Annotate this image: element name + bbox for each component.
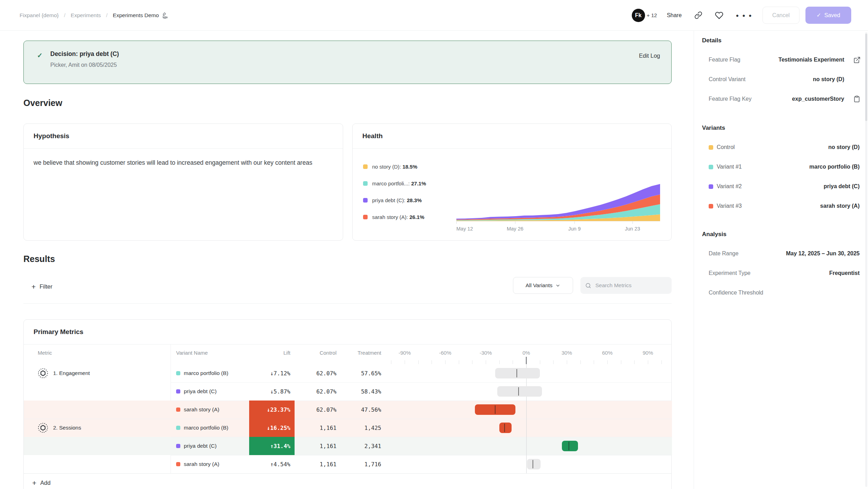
control-variant-row: Control Variant no story (D): [709, 75, 861, 84]
feature-flag-key-row: Feature Flag Key exp_customerStory: [709, 94, 861, 104]
variant-row-1: Variant #1 marco portfolio (B): [709, 162, 861, 171]
breadcrumb-experiments[interactable]: Experiments: [71, 12, 101, 19]
health-title: Health: [362, 132, 383, 140]
scrollbar-track[interactable]: [865, 32, 867, 487]
copy-link-icon[interactable]: [694, 11, 702, 19]
legend-swatch-icon: [363, 198, 368, 203]
lift-axis-label: -30%: [479, 350, 492, 356]
breadcrumb-separator: /: [106, 12, 108, 19]
hypothesis-card: Hypothesis we believe that showing custo…: [23, 123, 343, 241]
cancel-button[interactable]: Cancel: [762, 7, 800, 24]
zero-axis-line: [526, 364, 527, 473]
confidence-interval-bar: [499, 423, 512, 433]
lift-cell: ↓7.12%: [249, 364, 295, 382]
legend-label: sarah story (A): 26.1%: [372, 214, 424, 220]
add-filter-button[interactable]: + Filter: [31, 281, 52, 292]
external-link-icon[interactable]: [853, 56, 861, 64]
metric-row[interactable]: priya debt (C)↑31.4%1,1612,341: [24, 437, 672, 455]
search-metrics-input[interactable]: [595, 282, 667, 289]
variants-dropdown[interactable]: All Variants: [513, 277, 573, 294]
search-icon: [585, 282, 591, 289]
legend-item[interactable]: priya debt (C): 28.3%: [363, 196, 422, 204]
confidence-interval-bar: [497, 386, 542, 397]
avatar[interactable]: Fk: [632, 9, 645, 22]
collaborators-count[interactable]: + 12: [647, 12, 657, 18]
saved-button[interactable]: ✓ Saved: [805, 7, 851, 24]
metric-row[interactable]: 2. Sessionsmarco portfolio (B)↓16.25%1,1…: [24, 419, 672, 437]
metric-row[interactable]: sarah story (A)↑4.54%1,1611,716: [24, 455, 672, 473]
edit-log-button[interactable]: Edit Log: [639, 52, 660, 59]
more-options-icon[interactable]: ● ● ●: [736, 13, 753, 18]
health-axis-tick-label: May 12: [456, 226, 473, 232]
control-cell: 1,161: [297, 455, 339, 473]
health-axis-line: [456, 221, 660, 221]
favorite-heart-icon[interactable]: [715, 11, 723, 20]
treatment-cell: 1,716: [342, 455, 384, 473]
row-divider: [171, 401, 672, 401]
variant-swatch-icon: [176, 371, 180, 375]
share-button[interactable]: Share: [667, 12, 682, 19]
legend-item[interactable]: no story (D): 18.5%: [363, 162, 417, 171]
primary-metrics-title: Primary Metrics: [34, 328, 84, 336]
results-divider: [23, 303, 672, 304]
variant-name-cell: sarah story (A): [176, 455, 219, 473]
legend-label: marco portfoli...: 27.1%: [372, 180, 426, 186]
ruler-tick: [486, 360, 486, 364]
breadcrumb-current[interactable]: Experiments Demo: [113, 12, 168, 19]
metric-icon: [38, 368, 48, 378]
ruler-tick: [513, 360, 513, 364]
legend-item[interactable]: sarah story (A): 26.1%: [363, 213, 424, 221]
decision-title: Decision: priya debt (C): [50, 50, 119, 58]
row-label: Feature Flag Key: [709, 96, 752, 102]
date-range-row: Date Range May 12, 2025 – Jun 30, 2025: [709, 249, 861, 258]
card-divider: [353, 148, 671, 149]
legend-item[interactable]: marco portfoli...: 27.1%: [363, 179, 426, 187]
ruler-tick: [459, 360, 459, 364]
health-axis-tick: [574, 221, 575, 224]
table-bottom-line: [24, 473, 671, 474]
metric-row[interactable]: priya debt (C)↓5.87%62.07%58.43%: [24, 382, 672, 401]
variant-row-control: Control no story (D): [709, 143, 861, 152]
hypothesis-title: Hypothesis: [34, 132, 69, 140]
details-sidebar: Details Feature Flag Testimonials Experi…: [694, 31, 868, 489]
variant-name-cell: marco portfolio (B): [176, 364, 228, 382]
feature-flag-value[interactable]: Testimonials Experiment: [779, 57, 844, 63]
lift-cell: ↑4.54%: [249, 455, 295, 473]
variant-swatch-icon: [176, 462, 180, 466]
variant-swatch: [709, 145, 713, 150]
lift-axis-label: -90%: [398, 350, 411, 356]
hypothesis-body: we believe that showing customer stories…: [34, 158, 334, 168]
metric-row[interactable]: 1. Engagementmarco portfolio (B)↓7.12%62…: [24, 364, 672, 382]
decision-banner: ✓ Decision: priya debt (C) Picker, Amit …: [23, 41, 672, 84]
col-lift: Lift: [249, 350, 290, 356]
row-value: no story (D): [828, 144, 860, 150]
results-heading: Results: [23, 254, 55, 264]
health-card: Health no story (D): 18.5%marco portfoli…: [352, 123, 672, 241]
row-label: Variant #2: [717, 183, 742, 190]
row-divider: [171, 437, 672, 437]
zero-axis-tick: [526, 357, 527, 364]
ruler-tick: [580, 360, 581, 364]
breadcrumb-project[interactable]: Fixpanel {demo}: [20, 12, 59, 19]
decision-check-icon: ✓: [37, 51, 43, 59]
ruler-tick: [634, 360, 635, 364]
health-axis-tick: [456, 221, 457, 224]
health-axis-tick-label: May 26: [507, 226, 523, 232]
clipboard-copy-icon[interactable]: [853, 95, 861, 103]
add-metric-button[interactable]: + Add: [32, 473, 51, 489]
lift-cell: ↓23.37%: [249, 401, 295, 419]
lift-cell: ↓5.87%: [249, 382, 295, 401]
variant-swatch: [709, 204, 713, 208]
row-label: Confidence Threshold: [709, 290, 763, 296]
row-label: Control Variant: [709, 76, 746, 83]
analysis-section-title: Analysis: [702, 231, 726, 238]
lift-point-tick: [516, 369, 517, 377]
ruler-tick: [499, 360, 500, 364]
metric-row[interactable]: sarah story (A)↓23.37%62.07%47.56%: [24, 401, 672, 419]
ruler-tick: [648, 360, 648, 364]
variant-swatch-icon: [176, 389, 180, 394]
lift-axis-label: 30%: [562, 350, 572, 356]
confidence-interval-bar: [495, 368, 540, 378]
breadcrumb: Fixpanel {demo} / Experiments / Experime…: [20, 12, 168, 19]
scrollbar-thumb[interactable]: [865, 34, 867, 121]
